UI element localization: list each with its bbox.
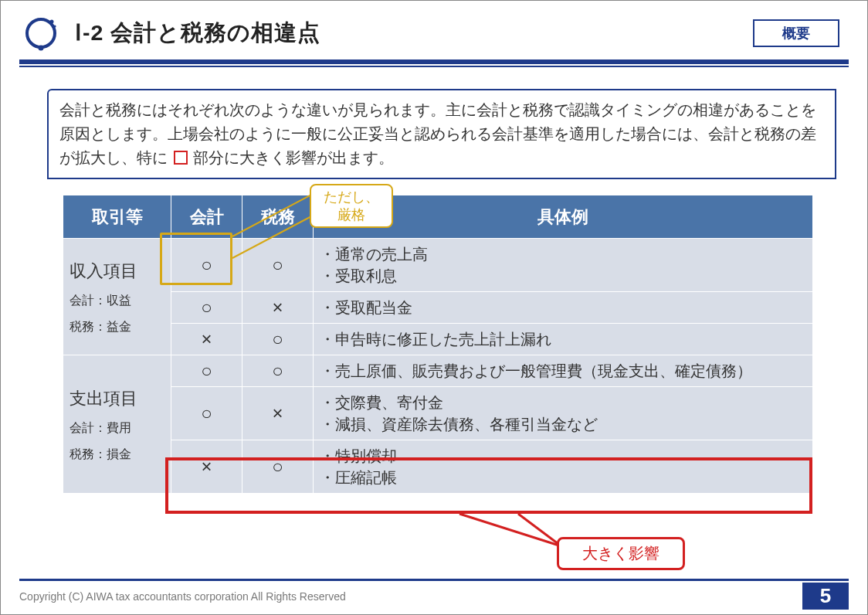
income-r1-ex: ・通常の売上高・受取利息: [314, 239, 813, 292]
expense-sub1: 会計：費用: [70, 419, 164, 437]
expense-r2-ac: ○: [171, 387, 242, 440]
expense-main: 支出項目: [70, 386, 164, 411]
svg-line-7: [518, 514, 561, 546]
income-r2-ex: ・受取配当金: [314, 292, 813, 324]
header-rule-thick: [19, 59, 849, 64]
expense-r3-ac: ×: [171, 440, 242, 494]
callout-gold: ただし、厳格: [310, 184, 393, 228]
intro-box: 会計と税務にはそれぞれ次のような違いが見られます。主に会計と税務で認識タイミング…: [47, 89, 836, 179]
th-accounting: 会計: [171, 195, 242, 239]
row-income-name: 収入項目 会計：収益 税務：益金: [63, 239, 171, 355]
income-main: 収入項目: [70, 258, 164, 284]
expense-r1-ex: ・売上原価、販売費および一般管理費（現金支出、確定債務）: [314, 355, 813, 387]
svg-point-2: [50, 20, 54, 24]
comparison-table: 取引等 会計 税務 具体例 収入項目 会計：収益 税務：益金 ○ ○ ・通常の売…: [63, 195, 813, 494]
svg-point-0: [27, 19, 55, 47]
callout-red: 大きく影響: [557, 537, 685, 570]
expense-r1-tax: ○: [242, 355, 314, 387]
header-rule-thin: [19, 66, 849, 67]
income-r1-ac: ○: [171, 239, 242, 292]
summary-badge: 概要: [753, 19, 839, 47]
income-sub1: 会計：収益: [70, 291, 164, 310]
copyright: Copyright (C) AIWA tax accountants corpo…: [19, 590, 346, 603]
th-tax: 税務: [242, 195, 314, 239]
income-r2-ac: ○: [171, 292, 242, 324]
svg-point-3: [53, 25, 56, 27]
expense-r3-tax: ○: [242, 440, 314, 494]
income-r1-tax: ○: [242, 239, 314, 292]
expense-sub2: 税務：損金: [70, 445, 164, 464]
income-r3-ac: ×: [171, 324, 242, 355]
page-title: Ⅰ-2 会計と税務の相違点: [75, 19, 320, 48]
red-square-icon: [174, 151, 188, 165]
expense-r2-tax: ×: [242, 387, 314, 440]
logo-icon: [19, 12, 63, 55]
income-r3-ex: ・申告時に修正した売上計上漏れ: [314, 324, 813, 355]
income-r3-tax: ○: [242, 324, 314, 355]
page-number: 5: [802, 583, 849, 610]
income-r2-tax: ×: [242, 292, 314, 324]
svg-line-6: [459, 514, 561, 546]
expense-r2-ex: ・交際費、寄付金・減損、資産除去債務、各種引当金など: [314, 387, 813, 440]
row-expense-name: 支出項目 会計：費用 税務：損金: [63, 355, 171, 494]
income-sub2: 税務：益金: [70, 318, 164, 336]
expense-r1-ac: ○: [171, 355, 242, 387]
th-transaction: 取引等: [63, 195, 171, 239]
intro-text-b: 部分に大きく影響が出ます。: [193, 149, 394, 166]
expense-r3-ex: ・特別償却・圧縮記帳: [314, 440, 813, 494]
svg-point-1: [39, 46, 44, 51]
